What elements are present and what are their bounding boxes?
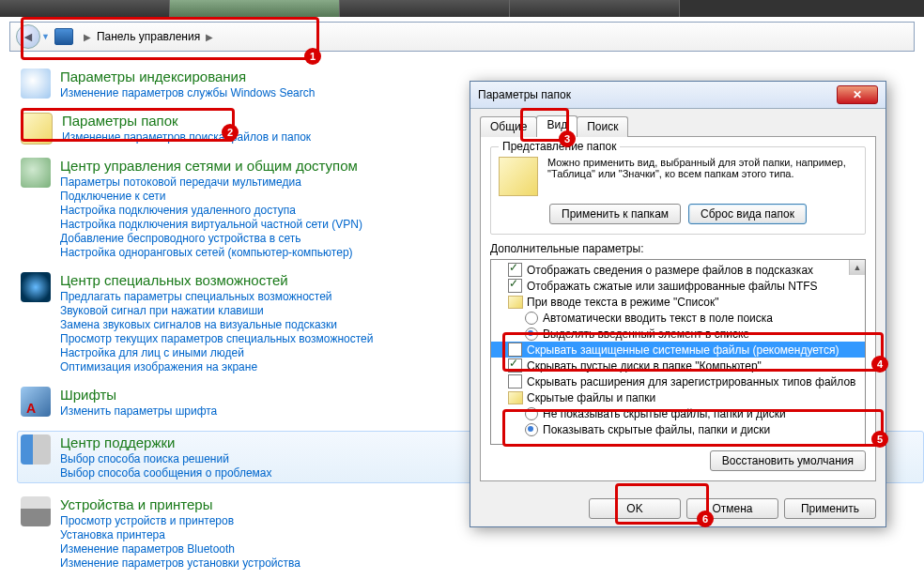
dialog-tabs: Общие Вид Поиск bbox=[480, 116, 876, 137]
category-link[interactable]: Изменение параметров Bluetooth bbox=[60, 542, 300, 556]
category-link[interactable]: Настройка подключения удаленного доступа bbox=[60, 204, 362, 217]
category-link[interactable]: Настройка одноранговых сетей (компьютер-… bbox=[60, 246, 362, 259]
folder-icon bbox=[508, 296, 523, 309]
advanced-settings-tree[interactable]: ▲ Отображать сведения о размере файлов в… bbox=[490, 259, 866, 445]
indexing-icon bbox=[21, 69, 51, 99]
tree-label: Выделять введенный элемент в списке bbox=[543, 328, 749, 341]
folder-views-group: Представление папок Можно применить вид,… bbox=[490, 146, 866, 235]
category-link[interactable]: Замена звуковых сигналов на визуальные п… bbox=[60, 318, 373, 331]
tree-label: Скрытые файлы и папки bbox=[527, 391, 655, 404]
category-link[interactable]: Предлагать параметры специальных возможн… bbox=[60, 290, 373, 303]
tree-label: Скрывать защищенные системные файлы (рек… bbox=[527, 343, 839, 357]
checkbox[interactable] bbox=[508, 343, 522, 357]
address-bar-wrap: ◄ ▼ ▶ Панель управления ▶ 1 bbox=[0, 17, 924, 59]
restore-defaults-button[interactable]: Восстановить умолчания bbox=[710, 450, 866, 471]
dialog-titlebar[interactable]: Параметры папок ✕ bbox=[470, 82, 886, 109]
category-link[interactable]: Просмотр текущих параметров специальных … bbox=[60, 332, 373, 345]
tab-search[interactable]: Поиск bbox=[577, 116, 628, 137]
radio[interactable] bbox=[525, 423, 538, 436]
browser-tab[interactable] bbox=[0, 0, 170, 17]
reset-folders-button[interactable]: Сброс вида папок bbox=[688, 204, 807, 224]
tree-label: Скрывать расширения для зарегистрированн… bbox=[527, 375, 855, 389]
checkbox[interactable] bbox=[508, 263, 522, 277]
category-link[interactable]: Оптимизация изображения на экране bbox=[60, 360, 373, 373]
back-arrow-icon: ◄ bbox=[16, 24, 40, 49]
tab-panel-view: Представление папок Можно применить вид,… bbox=[480, 136, 876, 481]
checkbox[interactable] bbox=[508, 358, 522, 373]
ok-button[interactable]: OK bbox=[589, 498, 681, 519]
checkbox[interactable] bbox=[508, 279, 522, 293]
category-link[interactable]: Настройка для лиц с иными людей bbox=[60, 346, 373, 359]
tab-general[interactable]: Общие bbox=[480, 116, 537, 137]
radio[interactable] bbox=[525, 407, 538, 420]
folder-options-icon bbox=[21, 113, 53, 145]
dialog-title: Параметры папок bbox=[478, 88, 837, 101]
tree-row[interactable]: Выделять введенный элемент в списке bbox=[491, 326, 865, 342]
tree-row[interactable]: При вводе текста в режиме "Список" bbox=[491, 294, 865, 310]
ease-access-icon bbox=[21, 272, 51, 302]
annotation-badge: 2 bbox=[222, 124, 239, 141]
category-link[interactable]: Изменение параметров установки устройств… bbox=[60, 556, 300, 570]
category-link[interactable]: Установка принтера bbox=[60, 528, 300, 541]
folder-options-dialog: Параметры папок ✕ Общие Вид Поиск Предст… bbox=[470, 81, 886, 527]
nav-back-button[interactable]: ◄ bbox=[13, 24, 43, 49]
folder-icon bbox=[508, 391, 523, 404]
advanced-settings-label: Дополнительные параметры: bbox=[490, 242, 866, 255]
fonts-icon bbox=[21, 387, 51, 417]
category-link[interactable]: Параметры потоковой передачи мультимедиа bbox=[60, 175, 362, 189]
category-link[interactable]: Выбор способа поиска решений bbox=[60, 452, 272, 465]
tree-row[interactable]: Не показывать скрытые файлы, папки и дис… bbox=[491, 405, 865, 421]
category-link[interactable]: Просмотр устройств и принтеров bbox=[60, 514, 300, 527]
apply-to-folders-button[interactable]: Применить к папкам bbox=[549, 204, 681, 224]
category-link[interactable]: Настройка подключения виртуальной частно… bbox=[60, 218, 362, 231]
tree-row[interactable]: Отображать сведения о размере файлов в п… bbox=[491, 262, 865, 278]
address-bar[interactable]: ◄ ▼ ▶ Панель управления ▶ bbox=[9, 22, 915, 52]
folder-preview-icon bbox=[499, 157, 538, 196]
category-link[interactable]: Изменить параметры шрифта bbox=[60, 404, 217, 418]
category-title[interactable]: Центр специальных возможностей bbox=[60, 272, 373, 288]
dialog-button-row: OK Отмена Применить bbox=[470, 491, 886, 526]
category-title[interactable]: Параметры индексирования bbox=[60, 69, 315, 84]
browser-tab[interactable] bbox=[510, 0, 680, 17]
group-description: Можно применить вид, выбранный для этой … bbox=[547, 157, 857, 196]
network-icon bbox=[21, 158, 51, 188]
tree-row[interactable]: Автоматически вводить текст в поле поиск… bbox=[491, 310, 865, 326]
tree-row[interactable]: Скрывать защищенные системные файлы (рек… bbox=[491, 342, 865, 358]
tree-row[interactable]: Скрытые файлы и папки bbox=[491, 389, 865, 405]
breadcrumb-control-panel[interactable]: Панель управления bbox=[97, 30, 200, 43]
annotation-badge: 5 bbox=[871, 431, 888, 448]
close-icon: ✕ bbox=[853, 88, 862, 101]
category-title[interactable]: Шрифты bbox=[60, 387, 217, 403]
tree-row[interactable]: Показывать скрытые файлы, папки и диски bbox=[491, 421, 865, 437]
scroll-up-icon[interactable]: ▲ bbox=[849, 260, 865, 275]
apply-button[interactable]: Применить bbox=[784, 498, 876, 519]
category-title[interactable]: Параметры папок bbox=[62, 113, 311, 129]
tree-label: Отображать сведения о размере файлов в п… bbox=[527, 264, 813, 277]
category-title[interactable]: Центр управления сетями и общим доступом bbox=[60, 158, 362, 174]
category-link[interactable]: Звуковой сигнал при нажатии клавиши bbox=[60, 304, 373, 317]
tree-label: Автоматически вводить текст в поле поиск… bbox=[543, 312, 773, 325]
tree-row[interactable]: Скрывать расширения для зарегистрированн… bbox=[491, 373, 865, 389]
checkbox[interactable] bbox=[508, 374, 522, 389]
browser-tab[interactable] bbox=[170, 0, 340, 17]
nav-dropdown-icon[interactable]: ▼ bbox=[41, 32, 50, 41]
annotation-badge: 6 bbox=[697, 510, 714, 527]
category-link[interactable]: Выбор способа сообщения о проблемах bbox=[60, 466, 272, 480]
radio[interactable] bbox=[525, 328, 538, 341]
category-title[interactable]: Центр поддержки bbox=[60, 434, 272, 450]
browser-tab[interactable] bbox=[340, 0, 510, 17]
tree-row[interactable]: Скрывать пустые диски в папке "Компьютер… bbox=[491, 358, 865, 373]
category-link[interactable]: Добавление беспроводного устройства в се… bbox=[60, 232, 362, 245]
crumb-sep-icon: ▶ bbox=[84, 32, 91, 42]
control-panel-icon bbox=[54, 28, 73, 45]
tree-label: Не показывать скрытые файлы, папки и дис… bbox=[543, 407, 786, 420]
category-link[interactable]: Изменение параметров поиска файлов и пап… bbox=[62, 130, 311, 144]
category-title[interactable]: Устройства и принтеры bbox=[60, 496, 300, 512]
category-link[interactable]: Подключение к сети bbox=[60, 190, 362, 203]
crumb-sep-icon: ▶ bbox=[206, 32, 213, 42]
tree-label: Отображать сжатые или зашифрованные файл… bbox=[527, 280, 818, 293]
radio[interactable] bbox=[525, 312, 538, 325]
close-button[interactable]: ✕ bbox=[837, 85, 878, 104]
category-link[interactable]: Изменение параметров службы Windows Sear… bbox=[60, 86, 315, 99]
tree-row[interactable]: Отображать сжатые или зашифрованные файл… bbox=[491, 278, 865, 294]
